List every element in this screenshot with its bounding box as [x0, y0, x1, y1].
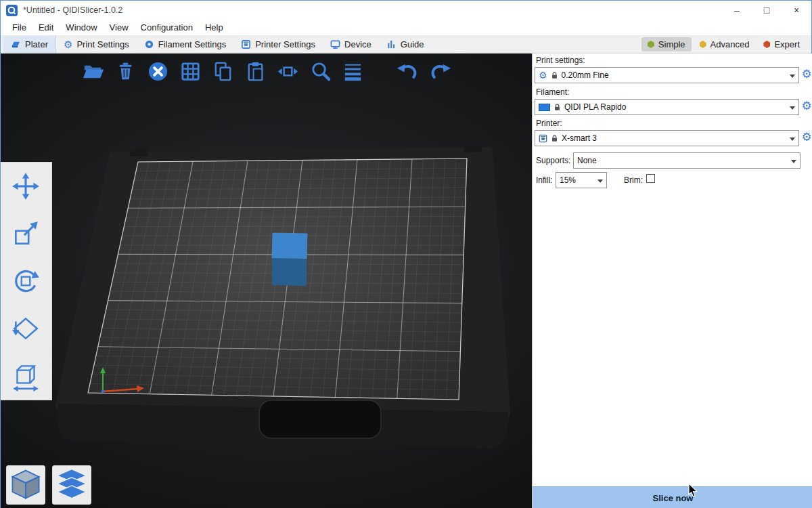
brim-label: Brim: — [624, 175, 643, 185]
menubar: File Edit Window View Configuration Help — [1, 20, 811, 36]
arrange-button[interactable] — [178, 59, 203, 84]
undo-button[interactable] — [395, 59, 420, 84]
instances-button[interactable] — [275, 59, 300, 84]
slice-now-button[interactable]: Slice now — [533, 486, 812, 508]
menu-view[interactable]: View — [104, 20, 135, 35]
viewport-toolbar — [81, 59, 453, 84]
delete-all-button[interactable] — [145, 59, 171, 84]
delete-all-icon — [146, 60, 170, 83]
tab-plater[interactable]: Plater — [3, 36, 56, 53]
redo-button[interactable] — [428, 59, 453, 84]
tab-label: Print Settings — [76, 39, 129, 49]
delete-icon — [114, 60, 137, 83]
chevron-down-icon — [790, 137, 795, 141]
tab-label: Filament Settings — [158, 39, 226, 49]
filament-combo[interactable]: QIDI PLA Rapido — [535, 99, 799, 115]
filament-color-swatch — [539, 104, 550, 111]
search-icon — [309, 60, 332, 83]
chevron-down-icon — [790, 75, 795, 78]
app-logo-icon — [6, 5, 18, 16]
window-controls: – □ × — [722, 1, 811, 20]
supports-value: None — [577, 156, 597, 165]
simple-mode-dot-icon — [648, 41, 654, 48]
advanced-mode-dot-icon — [700, 41, 706, 48]
view-mode-bar — [6, 465, 91, 505]
gear-icon: ⚙ — [539, 70, 547, 80]
menu-help[interactable]: Help — [199, 20, 229, 35]
filament-gear-button[interactable]: ⚙ — [800, 100, 812, 112]
lock-icon — [554, 104, 561, 111]
plater-icon — [11, 39, 21, 49]
print-settings-label: Print settings: — [536, 56, 585, 65]
tab-guide[interactable]: Guide — [379, 36, 432, 53]
redo-icon — [428, 60, 452, 83]
preview-layers-view-button[interactable] — [52, 465, 91, 505]
tab-printer-settings[interactable]: Printer Settings — [233, 36, 323, 53]
3d-scene-canvas[interactable] — [1, 54, 532, 508]
print-settings-combo[interactable]: ⚙ 0.20mm Fine — [535, 67, 799, 83]
titlebar: *Untitled - QIDISlicer-1.0.2 – □ × — [1, 1, 811, 20]
menu-file[interactable]: File — [6, 20, 32, 35]
menu-window[interactable]: Window — [60, 20, 103, 35]
move-tool-button[interactable] — [1, 163, 51, 210]
infill-combo[interactable]: 15% — [556, 172, 607, 188]
minimize-button[interactable]: – — [722, 1, 752, 20]
close-button[interactable]: × — [782, 1, 811, 20]
printer-value: X-smart 3 — [562, 133, 597, 143]
brim-checkbox[interactable] — [646, 174, 655, 183]
lock-icon — [551, 135, 558, 142]
paste-icon — [244, 60, 267, 83]
rotate-tool-button[interactable] — [1, 257, 51, 305]
main-content: Print settings: ⚙ 0.20mm Fine ⚙ Filament… — [1, 54, 811, 507]
device-icon — [330, 39, 340, 49]
preview-layers-icon — [53, 467, 90, 503]
chevron-down-icon — [790, 106, 795, 110]
filament-value: QIDI PLA Rapido — [564, 102, 626, 112]
3d-viewport[interactable] — [1, 54, 532, 508]
chevron-down-icon — [597, 179, 603, 183]
bed-handle-notch — [259, 400, 381, 438]
search-button[interactable] — [308, 59, 333, 84]
instances-icon — [276, 60, 300, 83]
variable-layer-height-button[interactable] — [340, 59, 365, 84]
copy-button[interactable] — [210, 59, 235, 84]
filament-icon — [144, 39, 154, 49]
mode-simple[interactable]: Simple — [641, 37, 692, 51]
mode-advanced[interactable]: Advanced — [694, 37, 756, 51]
mode-expert[interactable]: Expert — [757, 37, 806, 51]
supports-combo[interactable]: None — [573, 152, 800, 169]
tab-label: Device — [344, 39, 371, 49]
paste-button[interactable] — [243, 59, 268, 84]
tab-filament-settings[interactable]: Filament Settings — [137, 36, 233, 53]
print-settings-gear-button[interactable]: ⚙ — [800, 68, 812, 80]
printer-icon — [539, 134, 547, 143]
arrange-icon — [179, 60, 202, 83]
printer-icon — [241, 39, 251, 49]
printer-gear-button[interactable]: ⚙ — [800, 131, 812, 143]
maximize-button[interactable]: □ — [752, 1, 782, 20]
measure-icon — [10, 360, 41, 391]
expert-mode-dot-icon — [763, 41, 770, 48]
mode-label: Simple — [658, 39, 685, 49]
infill-value: 15% — [560, 175, 576, 185]
undo-icon — [396, 60, 420, 83]
printer-combo[interactable]: X-smart 3 — [535, 130, 799, 146]
scale-icon — [10, 218, 41, 249]
copy-icon — [211, 60, 235, 83]
model-cube[interactable] — [272, 233, 307, 286]
chevron-down-icon — [791, 160, 796, 163]
tab-print-settings[interactable]: ⚙ Print Settings — [56, 36, 137, 53]
delete-button[interactable] — [113, 59, 138, 84]
print-settings-value: 0.20mm Fine — [562, 70, 609, 80]
menu-edit[interactable]: Edit — [32, 20, 60, 35]
tab-label: Plater — [25, 39, 48, 49]
place-on-face-tool-button[interactable] — [1, 305, 51, 352]
menu-configuration[interactable]: Configuration — [135, 20, 199, 35]
editor-3d-view-button[interactable] — [6, 465, 45, 505]
mode-label: Advanced — [710, 39, 750, 49]
scale-tool-button[interactable] — [1, 210, 51, 257]
measure-tool-button[interactable] — [1, 352, 51, 400]
tab-device[interactable]: Device — [323, 36, 379, 53]
window-title: *Untitled - QIDISlicer-1.0.2 — [23, 5, 122, 15]
open-project-button[interactable] — [81, 59, 106, 84]
